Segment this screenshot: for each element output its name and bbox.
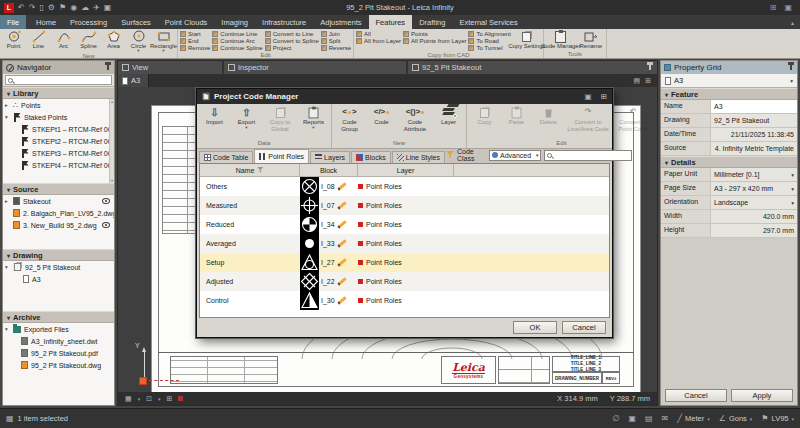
settings-icon[interactable]: ⚙	[48, 3, 55, 13]
ok-button[interactable]: OK	[513, 321, 557, 334]
table-row-averaged[interactable]: Averaged I_33 Point Roles	[200, 234, 609, 253]
tree-item-stkept1[interactable]: STKEPt1 – RTCM-Ref 0000 (07	[3, 123, 114, 135]
edit-pencil-icon[interactable]	[337, 220, 347, 229]
all-points-from-layer-item[interactable]: All Points from Layer	[403, 38, 466, 44]
tab-external-services[interactable]: External Services	[452, 15, 524, 29]
convert-to-point-code-button[interactable]: ↶ Convert to Point Code	[612, 106, 654, 132]
arc-button[interactable]: Arc	[52, 30, 75, 49]
edit-pencil-icon[interactable]	[337, 201, 347, 210]
tree-item-pdf-file[interactable]: 95_2 Pit Stakeout.pdf	[3, 347, 114, 359]
window-toggle-icon[interactable]: ▣	[628, 414, 636, 423]
tab-adjustments[interactable]: Adjustments	[313, 15, 368, 29]
dialog-titlebar[interactable]: Project Code Manager ▣ ⊞	[197, 89, 612, 104]
convert-to-line-item[interactable]: Convert to Line	[265, 31, 319, 37]
tab-list-icon[interactable]: ▤	[634, 77, 641, 85]
point-button[interactable]: Point	[2, 30, 25, 49]
tab-code-table[interactable]: Code Table	[199, 151, 253, 163]
table-row-setup-selected[interactable]: Setup I_27 Point Roles	[200, 253, 609, 272]
tab-home[interactable]: Home	[29, 15, 63, 29]
navigator-search-input[interactable]	[15, 77, 109, 84]
delete-button[interactable]: Delete	[533, 106, 564, 126]
tab-a3-sheet[interactable]: A3	[118, 74, 149, 87]
column-filter-icon[interactable]	[257, 167, 263, 173]
tab-point-roles[interactable]: Point Roles	[254, 149, 309, 163]
to-road-item[interactable]: To Road	[468, 38, 510, 44]
view-mode-icon[interactable]: ▦	[125, 395, 132, 403]
table-row-adjusted[interactable]: Adjusted I_22 Point Roles	[200, 272, 609, 291]
section-drawing[interactable]: ▾ Drawing	[3, 249, 114, 261]
convert-to-spline-item[interactable]: Convert to Spline	[265, 38, 319, 44]
tab-line-styles[interactable]: Line Styles	[392, 151, 445, 163]
continue-line-item[interactable]: Continue Line	[212, 31, 262, 37]
section-details[interactable]: ▾ Details	[661, 156, 797, 168]
navigator-pin-icon[interactable]	[107, 65, 109, 70]
column-name[interactable]: Name	[200, 164, 300, 176]
dialog-search-input[interactable]	[554, 152, 629, 159]
code-attribute-button[interactable]: <()> Code Attribute	[398, 106, 432, 132]
cancel-button[interactable]: Cancel	[665, 389, 727, 402]
visibility-eye-icon[interactable]	[102, 198, 110, 204]
code-manager-button[interactable]: Code Manager	[546, 30, 576, 49]
tab-drafting[interactable]: Drafting	[412, 15, 452, 29]
table-row-control[interactable]: Control I_30 Point Roles	[200, 291, 609, 310]
edit-pencil-icon[interactable]	[337, 239, 347, 248]
section-source[interactable]: ▾ Source	[3, 183, 114, 195]
page-size-select[interactable]: A3 - 297 x 420 mm▾	[711, 182, 797, 195]
section-archive[interactable]: ▾ Archive	[3, 311, 114, 323]
paper-unit-select[interactable]: Millimeter [0.1]▾	[711, 168, 797, 181]
tab-features[interactable]: Features	[369, 15, 413, 29]
code-group-button[interactable]: <> Code Group	[334, 106, 365, 132]
code-button[interactable]: </> Code	[366, 106, 397, 126]
record-icon[interactable]	[178, 396, 183, 401]
delete-icon[interactable]: ▯	[39, 3, 43, 13]
tab-layers[interactable]: Layers	[310, 151, 350, 163]
snap-grid-icon[interactable]: ⊞	[167, 395, 173, 403]
crs-select[interactable]: ⚑ LV95 ▾	[761, 414, 794, 423]
screen-icon[interactable]: ⊞	[770, 3, 777, 12]
column-layer[interactable]: Layer	[358, 164, 454, 176]
filter-funnel-icon[interactable]	[446, 151, 454, 159]
dock-pin-icon[interactable]	[649, 65, 651, 70]
flag-icon[interactable]: ⚑	[59, 3, 66, 13]
rename-button[interactable]: Rename	[578, 30, 604, 49]
rectangle-button[interactable]: Rectangle ▾	[152, 30, 175, 52]
orientation-select[interactable]: Landscape▾	[711, 196, 797, 209]
visibility-eye-icon[interactable]	[102, 222, 110, 228]
export-button[interactable]: ⇧ Export ▾	[231, 106, 262, 129]
tree-item-newbuild-dwg[interactable]: 3. New_Build 95_2.dwg	[3, 219, 114, 231]
tree-item-drawing-doc[interactable]: ▾ 92_5 Pit Stakeout	[3, 261, 114, 273]
split-item[interactable]: Split	[321, 38, 351, 44]
undo-icon[interactable]: ↶	[18, 3, 25, 13]
tree-item-dwt-file[interactable]: A3_Infinity_sheet.dwt	[3, 335, 114, 347]
tab-file[interactable]: File	[0, 15, 26, 29]
all-from-layer-item[interactable]: All from Layer	[356, 38, 401, 44]
edit-pencil-icon[interactable]	[337, 296, 347, 305]
apply-button[interactable]: Apply	[731, 389, 793, 402]
advanced-filter-select[interactable]: Advanced ▾	[489, 150, 542, 161]
tab-point-clouds[interactable]: Point Clouds	[158, 15, 215, 29]
convert-to-line-area-code-button[interactable]: ↷ Convert to Line/Area Code	[565, 106, 611, 132]
tab-imaging[interactable]: Imaging	[214, 15, 255, 29]
layer-button[interactable]: Layer	[433, 106, 464, 126]
tree-item-points[interactable]: ▸ ∴ Points	[3, 99, 114, 111]
feature-selector[interactable]: A3 ▾	[661, 74, 797, 88]
copy-settings-button[interactable]: Copy Settings	[513, 30, 541, 49]
area-button[interactable]: Area	[102, 30, 125, 49]
angle-unit-select[interactable]: ∠ Gons ▾	[719, 414, 753, 423]
section-feature[interactable]: ▾ Feature	[661, 88, 797, 100]
column-block[interactable]: Block	[300, 164, 358, 176]
join-item[interactable]: Join	[321, 31, 351, 37]
reports-button[interactable]: Reports ▾	[298, 106, 329, 129]
spline-button[interactable]: Spline	[77, 30, 100, 49]
tree-item-staked-points[interactable]: ▾ Staked Points	[3, 111, 114, 123]
to-alignment-item[interactable]: To Alignment	[468, 31, 510, 37]
tab-surfaces[interactable]: Surfaces	[114, 15, 158, 29]
table-row-others[interactable]: Others I_08 Point Roles	[200, 177, 609, 196]
code-class-label[interactable]: Code Class	[457, 148, 486, 162]
pan-caret[interactable]: ▾	[158, 396, 161, 402]
tab-inspector[interactable]: Inspector	[224, 61, 408, 74]
line-button[interactable]: Line	[27, 30, 50, 49]
snapshot-icon[interactable]: ◉	[70, 3, 77, 13]
tree-item-exported-files[interactable]: ▾ Exported Files	[3, 323, 114, 335]
table-row-measured[interactable]: Measured I_07 Point Roles	[200, 196, 609, 215]
